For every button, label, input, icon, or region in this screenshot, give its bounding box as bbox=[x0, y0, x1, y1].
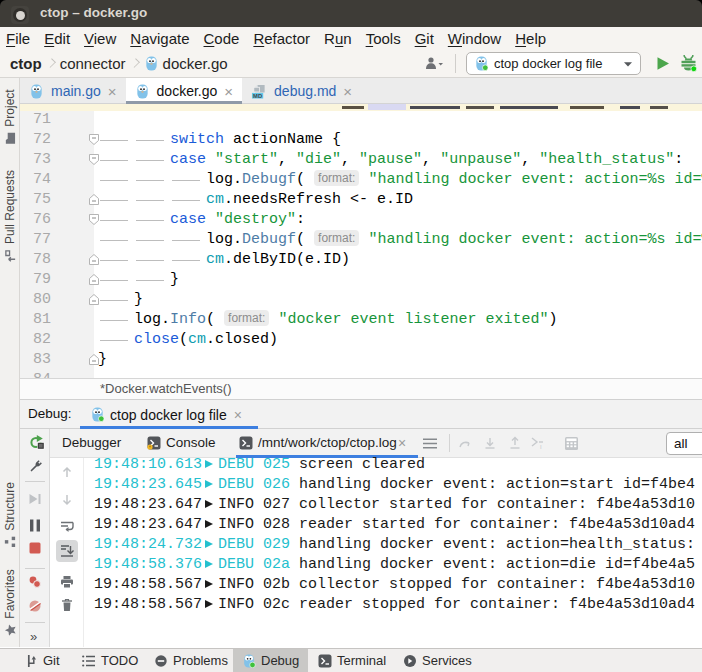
svg-text:I: I bbox=[540, 444, 542, 450]
svg-text:MD: MD bbox=[253, 92, 262, 98]
